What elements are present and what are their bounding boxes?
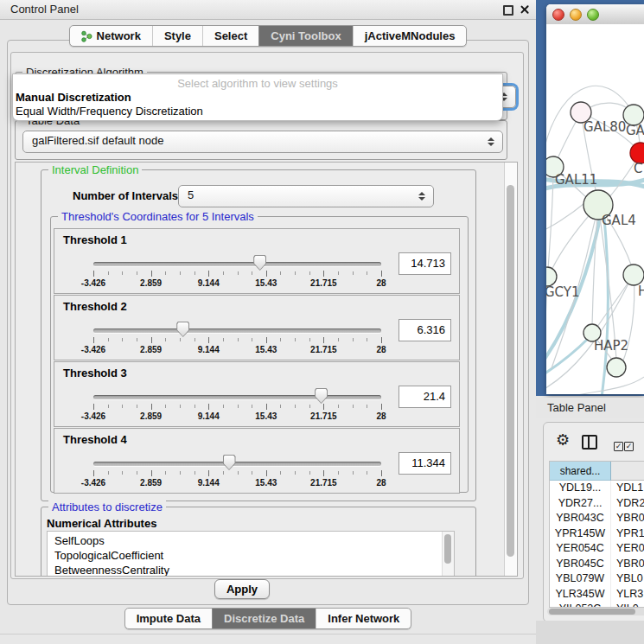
attribute-list-item[interactable]: BetweennessCentrality <box>48 563 442 577</box>
table-row[interactable]: YDL19...YDL1 <box>550 481 644 496</box>
table-row[interactable]: YER054CYER0 <box>550 541 644 557</box>
tick-mark <box>180 338 181 341</box>
minimize-window-icon[interactable] <box>570 9 582 21</box>
slider-track[interactable] <box>93 462 381 466</box>
table-scrollbar-thumb[interactable] <box>549 609 635 615</box>
zoom-window-icon[interactable] <box>587 9 599 21</box>
threshold-value-field[interactable]: 21.4 <box>399 386 451 408</box>
tick-mark <box>108 405 109 408</box>
threshold-value-field[interactable]: 14.713 <box>399 252 451 275</box>
table-row[interactable]: YBL079WYBL0 <box>550 571 644 587</box>
attribute-list-item[interactable]: SelfLoops <box>48 533 442 548</box>
cell-shared-name[interactable]: YLR345W <box>550 587 611 603</box>
cell-name[interactable]: YIL0 <box>611 602 644 608</box>
cell-shared-name[interactable]: YBR043C <box>550 511 611 526</box>
table-data-combobox[interactable]: galFiltered.sif default node <box>22 131 503 153</box>
cell-name[interactable]: YBL0 <box>611 571 644 587</box>
network-window-titlebar[interactable] <box>546 4 644 25</box>
table-horizontal-scrollbar[interactable] <box>547 608 644 615</box>
apply-button[interactable]: Apply <box>214 579 270 599</box>
list-scrollbar-thumb[interactable] <box>444 534 451 564</box>
cell-shared-name[interactable]: YDL19... <box>550 481 611 496</box>
tick-mark <box>309 405 310 408</box>
list-scrollbar[interactable] <box>442 532 454 577</box>
table-row[interactable]: YPR145WYPR1 <box>550 526 644 542</box>
threshold-value-field[interactable]: 6.316 <box>399 319 451 341</box>
checkbox-icon[interactable]: ✓ <box>614 442 623 451</box>
threshold-4-slider[interactable]: -3.4262.8599.14415.4321.71528 <box>93 429 381 493</box>
close-window-icon[interactable] <box>552 9 564 21</box>
number-of-intervals-combobox[interactable]: 5 <box>178 185 434 207</box>
threshold-value-field[interactable]: 11.344 <box>399 452 451 475</box>
tab-style[interactable]: Style <box>152 26 202 46</box>
threshold-3-slider[interactable]: -3.4262.8599.14415.4321.71528 <box>93 362 381 426</box>
tick-label: 15.43 <box>255 345 277 354</box>
tick-label: 28 <box>376 345 386 354</box>
slider-track[interactable] <box>93 262 381 266</box>
network-canvas[interactable]: GAL80GACGAL11GAL4GCY1HHAP2 <box>546 24 644 394</box>
slider-handle[interactable] <box>253 255 266 271</box>
slider-handle[interactable] <box>315 388 328 404</box>
cell-shared-name[interactable]: YPR145W <box>550 526 611 542</box>
tab-impute-data[interactable]: Impute Data <box>125 609 212 628</box>
tab-group-top: Network Style Select Cyni Toolbox jActiv… <box>69 25 468 47</box>
gear-icon[interactable]: ⚙ <box>556 432 570 448</box>
cell-name[interactable]: YBR0 <box>611 557 644 572</box>
table-row[interactable]: YBR045CYBR0 <box>550 557 644 572</box>
tick-mark <box>223 405 224 408</box>
tick-mark <box>295 338 296 341</box>
cell-shared-name[interactable]: YER054C <box>550 541 611 557</box>
threshold-1-slider[interactable]: -3.4262.8599.14415.4321.71528 <box>93 229 381 293</box>
network-node-label: HAP2 <box>594 338 628 354</box>
network-graph[interactable]: GAL80GACGAL11GAL4GCY1HHAP2 <box>546 24 644 394</box>
node-attribute-table[interactable]: shared... na YDL19...YDL1YDR27...YDR2YBR… <box>549 461 644 608</box>
cell-name[interactable]: YDL1 <box>611 481 644 496</box>
threshold-2-slider[interactable]: -3.4262.8599.14415.4321.71528 <box>93 296 381 360</box>
slider-handle[interactable] <box>223 455 236 470</box>
tab-network[interactable]: Network <box>70 26 152 46</box>
slider-handle[interactable] <box>176 322 189 337</box>
slider-ticks <box>93 404 381 410</box>
tab-jactivemnodules[interactable]: jActiveMNodules <box>353 26 467 46</box>
numerical-attributes-list[interactable]: SelfLoopsTopologicalCoefficientBetweenne… <box>47 531 455 577</box>
cell-name[interactable]: YPR1 <box>611 526 644 542</box>
settings-scrollbar-thumb[interactable] <box>507 185 514 557</box>
dropdown-option-manual[interactable]: Manual Discretization <box>13 91 502 105</box>
tab-select[interactable]: Select <box>202 26 258 46</box>
checkbox-icon[interactable]: ✓ <box>624 442 634 451</box>
tick-mark <box>309 471 310 475</box>
table-row[interactable]: YLR345WYLR3 <box>550 587 644 603</box>
slider-track[interactable] <box>93 328 381 333</box>
table-row[interactable]: YDR27...YDR2 <box>550 496 644 512</box>
cell-shared-name[interactable]: YBR045C <box>550 557 611 572</box>
cell-shared-name[interactable]: YDR27... <box>550 496 611 512</box>
column-header-shared[interactable]: shared... <box>550 462 611 481</box>
table-row[interactable]: YIL052CYIL0 <box>550 602 644 608</box>
network-node-gcy1[interactable] <box>546 267 557 286</box>
cell-shared-name[interactable]: YIL052C <box>550 602 611 608</box>
float-panel-icon[interactable] <box>503 5 513 16</box>
tick-mark <box>367 338 367 341</box>
cell-name[interactable]: YLR3 <box>611 587 644 603</box>
network-node-h[interactable] <box>623 265 644 285</box>
slider-track[interactable] <box>93 395 381 399</box>
tick-mark <box>353 271 354 275</box>
tick-mark <box>252 271 252 275</box>
tick-mark <box>323 271 324 277</box>
control-panel-tabs: Network Style Select Cyni Toolbox jActiv… <box>0 25 536 47</box>
column-layout-icon[interactable] <box>582 435 597 450</box>
cell-name[interactable]: YBR0 <box>611 511 644 526</box>
close-panel-icon[interactable] <box>520 4 529 14</box>
attribute-list-item[interactable]: TopologicalCoefficient <box>48 548 442 563</box>
tab-discretize-data[interactable]: Discretize Data <box>212 609 316 628</box>
network-node[interactable] <box>607 358 626 377</box>
cell-name[interactable]: YDR2 <box>611 496 644 512</box>
tab-cyni-toolbox[interactable]: Cyni Toolbox <box>258 26 352 46</box>
cell-shared-name[interactable]: YBL079W <box>550 571 611 587</box>
cell-name[interactable]: YER0 <box>611 541 644 557</box>
settings-scrollbar[interactable] <box>504 163 517 576</box>
tab-infer-network[interactable]: Infer Network <box>316 609 411 628</box>
column-header-name[interactable]: na <box>611 462 644 481</box>
table-row[interactable]: YBR043CYBR0 <box>550 511 644 526</box>
dropdown-option-equal-width[interactable]: Equal Width/Frequency Discretization <box>13 105 502 118</box>
